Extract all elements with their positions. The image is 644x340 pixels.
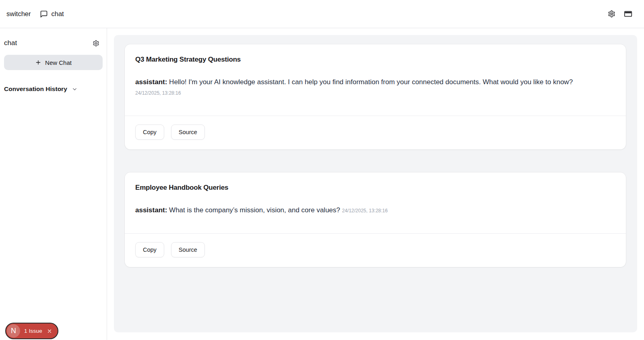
message-text: Hello! I'm your AI knowledge assistant. … (169, 78, 573, 86)
conversation-history-toggle[interactable]: Conversation History (4, 85, 99, 93)
conversation-title: Employee Handbook Queries (135, 184, 615, 192)
source-button[interactable]: Source (171, 124, 205, 140)
sidebar-header: chat (4, 39, 99, 47)
conversation-history-label: Conversation History (4, 85, 67, 93)
conversation-message: assistant: Hello! I'm your AI knowledge … (135, 77, 615, 98)
copy-button[interactable]: Copy (135, 242, 164, 257)
sidebar-settings-button[interactable] (93, 40, 99, 47)
conversation-title: Q3 Marketing Strategy Questions (135, 56, 615, 64)
conversation-panel[interactable]: Q3 Marketing Strategy Questions assistan… (114, 35, 637, 332)
issue-count-label: 1 Issue (24, 328, 42, 334)
sidebar-title: chat (4, 39, 17, 47)
card-actions: Copy Source (125, 116, 626, 149)
app-body: chat New Chat Conversation History N 1 I… (0, 28, 644, 340)
card-body: Q3 Marketing Strategy Questions assistan… (125, 44, 626, 116)
header-left-group: switcher chat (6, 10, 64, 18)
main-content: Q3 Marketing Strategy Questions assistan… (107, 28, 644, 340)
panel-toggle-button[interactable] (623, 9, 633, 19)
conversation-card: Q3 Marketing Strategy Questions assistan… (125, 44, 626, 149)
card-body: Employee Handbook Queries assistant: Wha… (125, 172, 626, 233)
conversation-message: assistant: What is the company’s mission… (135, 205, 615, 216)
plus-icon (35, 59, 41, 66)
nav-chat-tab[interactable]: chat (40, 10, 64, 18)
message-timestamp: 24/12/2025, 13:28:16 (342, 208, 388, 214)
message-role: assistant: (135, 78, 167, 86)
new-chat-label: New Chat (45, 59, 72, 66)
copy-button[interactable]: Copy (135, 124, 164, 140)
switcher-button[interactable]: switcher (6, 10, 31, 18)
badge-close-button[interactable] (47, 328, 52, 334)
source-button[interactable]: Source (171, 242, 205, 257)
card-actions: Copy Source (125, 233, 626, 267)
message-role: assistant: (135, 206, 167, 214)
chevron-down-icon (72, 86, 78, 92)
dev-issue-badge[interactable]: N 1 Issue (5, 323, 58, 339)
app-header: switcher chat (0, 0, 644, 28)
nextjs-logo-avatar: N (7, 324, 20, 338)
gear-icon (608, 10, 615, 18)
credit-card-icon (624, 10, 632, 18)
settings-button[interactable] (607, 9, 616, 19)
sidebar: chat New Chat Conversation History N 1 I… (0, 28, 107, 340)
nav-chat-label: chat (52, 10, 64, 18)
message-timestamp: 24/12/2025, 13:28:16 (135, 90, 181, 96)
new-chat-button[interactable]: New Chat (4, 55, 103, 70)
header-right-group (607, 9, 633, 19)
chat-bubble-icon (40, 10, 48, 18)
close-icon (47, 328, 52, 334)
gear-icon (93, 40, 99, 47)
conversation-card: Employee Handbook Queries assistant: Wha… (125, 172, 626, 267)
message-text: What is the company’s mission, vision, a… (169, 206, 340, 214)
